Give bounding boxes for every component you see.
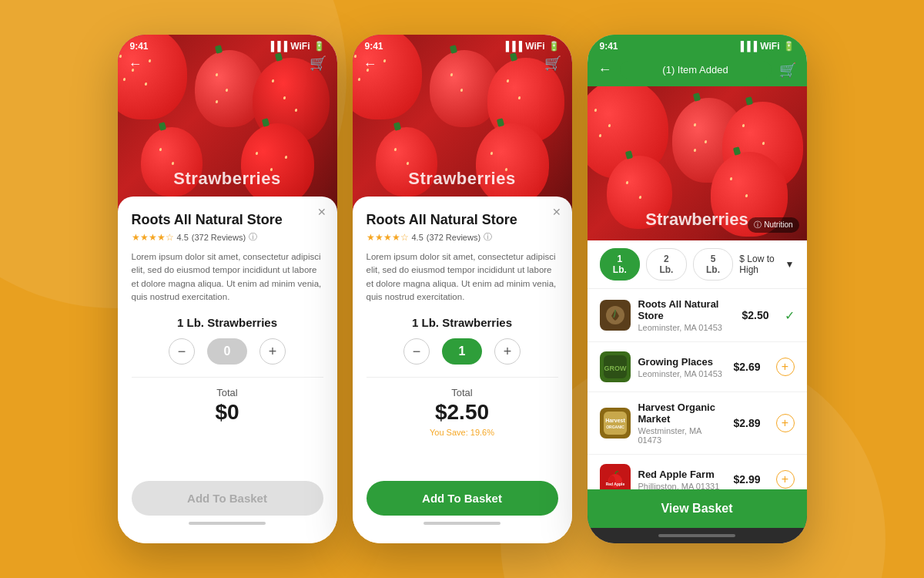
phone2-rating-count: (372 Reviews) xyxy=(427,233,480,242)
phone3-bottom-bar: View Basket xyxy=(588,489,807,543)
phone2-divider xyxy=(367,377,558,378)
phone3-store-name-harvest: Harvest Organic Market xyxy=(638,402,726,425)
phone3-store-location-roots: Leominster, MA 01453 xyxy=(638,323,735,332)
phone3-status-icons: ▐▐▐ WiFi 🔋 xyxy=(738,41,795,52)
phone2-close-button[interactable]: ✕ xyxy=(552,206,561,218)
phone1-minus-button[interactable]: − xyxy=(169,338,195,365)
phone1-rating-count: (372 Reviews) xyxy=(192,233,246,242)
phone1-content: ✕ Roots All Natural Store ★★★★☆ 4.5 (372… xyxy=(118,197,337,543)
phone2-total-amount: $2.50 xyxy=(367,400,558,425)
svg-rect-3 xyxy=(604,412,627,435)
phone2-rating-value: 4.5 xyxy=(412,233,424,242)
phone-2: 9:41 ▐▐▐ WiFi 🔋 ← 🛒 Strawberries ✕ Roots… xyxy=(353,35,572,543)
phone2-add-to-basket-button[interactable]: Add To Basket xyxy=(367,481,558,516)
table-row[interactable]: HarvestORGANIC Harvest Organic Market We… xyxy=(588,392,807,455)
svg-text:GROW: GROW xyxy=(604,365,627,372)
phone1-divider xyxy=(132,377,323,378)
phone1-description: Lorem ipsum dolor sit amet, consectetur … xyxy=(132,250,323,304)
phone3-check-icon-roots: ✓ xyxy=(785,308,795,323)
phone3-size-1lb-button[interactable]: 1 Lb. xyxy=(600,248,641,281)
phone3-size-5lb-button[interactable]: 5 Lb. xyxy=(693,248,734,281)
phone3-sort-arrow: ▼ xyxy=(785,259,795,270)
phone2-cart-button[interactable]: 🛒 xyxy=(544,55,561,72)
phone3-store-price-growing: $2.69 xyxy=(733,361,760,373)
svg-text:Red Apple: Red Apple xyxy=(605,482,624,486)
phone2-minus-button[interactable]: − xyxy=(403,338,430,365)
phone3-store-info-growing: Growing Places Leominster, MA 01453 xyxy=(638,356,726,378)
phone2-content: ✕ Roots All Natural Store ★★★★☆ 4.5 (372… xyxy=(353,197,572,543)
phone3-top-bar: 9:41 ▐▐▐ WiFi 🔋 ← (1) Item Added 🛒 xyxy=(588,35,807,86)
phone1-back-button[interactable]: ← xyxy=(129,56,142,72)
svg-text:ORGANIC: ORGANIC xyxy=(606,425,624,429)
phone2-savings-text: You Save: 19.6% xyxy=(367,428,558,437)
phone2-back-button[interactable]: ← xyxy=(363,56,377,72)
phone3-store-price-redapple: $2.99 xyxy=(733,473,760,486)
phone-1: 9:41 ▐▐▐ WiFi 🔋 ← 🛒 Strawberries ✕ Roots… xyxy=(118,35,337,543)
phone1-home-bar xyxy=(189,522,266,525)
table-row[interactable]: Red Apple Red Apple Farm Phillipston, MA… xyxy=(588,455,807,489)
phone3-sort-button[interactable]: $ Low to High ▼ xyxy=(739,254,794,275)
phone3-store-logo-roots xyxy=(600,300,631,331)
phone3-store-info-roots: Roots All Natural Store Leominster, MA 0… xyxy=(638,298,735,332)
phone1-stars: ★★★★☆ xyxy=(132,232,174,243)
phone3-add-redapple-button[interactable]: + xyxy=(776,470,795,489)
svg-text:Harvest: Harvest xyxy=(605,418,625,423)
phone3-store-name-redapple: Red Apple Farm xyxy=(638,469,726,480)
phone2-store-name: Roots All Natural Store xyxy=(367,212,558,228)
phone1-home-indicator xyxy=(132,516,323,531)
phone2-plus-button[interactable]: + xyxy=(494,338,521,365)
phone3-nav-bar: ← (1) Item Added 🛒 xyxy=(588,56,807,86)
phone3-store-price-roots: $2.50 xyxy=(742,309,768,321)
phone3-add-harvest-button[interactable]: + xyxy=(776,414,795,432)
phone3-store-location-growing: Leominster, MA 01453 xyxy=(638,369,726,378)
phone3-notification-banner: (1) Item Added xyxy=(620,61,772,79)
phone1-time: 9:41 xyxy=(130,41,149,52)
phone1-quantity-controls: − 0 + xyxy=(132,338,323,365)
phone1-store-name: Roots All Natural Store xyxy=(132,212,323,228)
phone2-hero-title: Strawberries xyxy=(353,169,572,189)
table-row[interactable]: Roots All Natural Store Leominster, MA 0… xyxy=(588,289,807,342)
phone3-store-location-redapple: Phillipston, MA 01331 xyxy=(638,482,726,490)
phone2-info-icon[interactable]: ⓘ xyxy=(484,231,492,243)
phone2-home-indicator xyxy=(367,516,558,531)
phone3-store-list: Roots All Natural Store Leominster, MA 0… xyxy=(588,289,807,489)
phone3-store-logo-harvest: HarvestORGANIC xyxy=(600,408,631,439)
phone3-size-2lb-button[interactable]: 2 Lb. xyxy=(646,248,687,281)
phone1-add-to-basket-button[interactable]: Add To Basket xyxy=(132,481,323,516)
phone3-store-info-redapple: Red Apple Farm Phillipston, MA 01331 xyxy=(638,469,726,490)
phone3-cart-button[interactable]: 🛒 xyxy=(779,62,796,79)
phone1-info-icon[interactable]: ⓘ xyxy=(249,231,257,243)
phone3-add-growing-button[interactable]: + xyxy=(776,358,795,376)
phone3-home-bar xyxy=(658,534,735,537)
phone2-time: 9:41 xyxy=(365,41,383,52)
phone1-hero-title: Strawberries xyxy=(118,169,337,189)
phone3-store-name-growing: Growing Places xyxy=(638,356,726,368)
phone1-store-rating: ★★★★☆ 4.5 (372 Reviews) ⓘ xyxy=(132,231,323,243)
phone1-hero: 9:41 ▐▐▐ WiFi 🔋 ← 🛒 Strawberries xyxy=(118,35,337,212)
phone3-sort-label: $ Low to High xyxy=(739,254,782,275)
phone2-description: Lorem ipsum dolor sit amet, consectetur … xyxy=(367,250,558,304)
phone2-status-icons: ▐▐▐ WiFi 🔋 xyxy=(503,41,560,52)
phone-3: 9:41 ▐▐▐ WiFi 🔋 ← (1) Item Added 🛒 xyxy=(588,35,807,543)
phone3-store-name-roots: Roots All Natural Store xyxy=(638,298,735,321)
phone2-home-bar xyxy=(424,522,500,525)
phone3-nutrition-badge[interactable]: ⓘ Nutrition xyxy=(748,217,798,233)
phone3-view-basket-button[interactable]: View Basket xyxy=(588,489,807,528)
phone3-back-button[interactable]: ← xyxy=(598,62,612,78)
phone1-status-icons: ▐▐▐ WiFi 🔋 xyxy=(268,41,325,52)
table-row[interactable]: GROW Growing Places Leominster, MA 01453… xyxy=(588,342,807,392)
phone1-status-bar: 9:41 ▐▐▐ WiFi 🔋 xyxy=(118,35,337,55)
phone1-rating-value: 4.5 xyxy=(177,233,189,242)
phone1-plus-button[interactable]: + xyxy=(259,338,286,365)
phone1-cart-button[interactable]: 🛒 xyxy=(310,55,326,72)
phone3-status-bar: 9:41 ▐▐▐ WiFi 🔋 xyxy=(588,35,807,56)
phone3-store-logo-redapple: Red Apple xyxy=(600,464,631,489)
phone3-store-info-harvest: Harvest Organic Market Westminster, MA 0… xyxy=(638,402,726,445)
phone2-quantity-controls: − 1 + xyxy=(367,338,558,365)
phone3-store-location-harvest: Westminster, MA 01473 xyxy=(638,426,726,445)
phone1-quantity-display: 0 xyxy=(207,338,247,365)
phone3-hero: Strawberries ⓘ Nutrition xyxy=(588,86,807,240)
phone2-product-title: 1 Lb. Strawberries xyxy=(367,316,558,329)
phone2-hero: 9:41 ▐▐▐ WiFi 🔋 ← 🛒 Strawberries xyxy=(353,35,572,212)
phone1-close-button[interactable]: ✕ xyxy=(317,206,326,218)
